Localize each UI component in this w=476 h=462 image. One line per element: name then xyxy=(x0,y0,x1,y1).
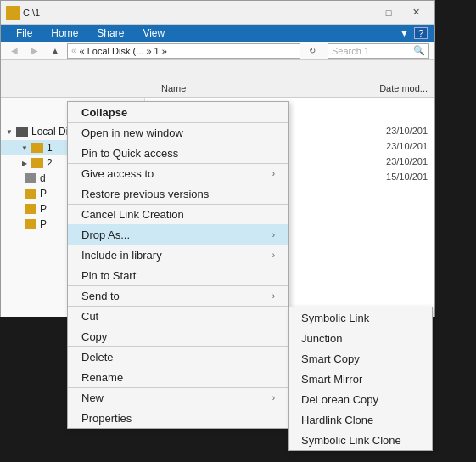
breadcrumb-icon: « xyxy=(71,46,76,55)
address-bar[interactable]: « « Local Disk (... » 1 » xyxy=(67,43,300,59)
file-date-2: 23/10/201 xyxy=(360,156,428,166)
date-header[interactable]: Date mod... xyxy=(372,79,434,97)
ribbon-expand-icon: ▼ xyxy=(400,28,409,38)
minimize-button[interactable]: — xyxy=(348,1,375,25)
submenu-smart-mirror[interactable]: Smart Mirror xyxy=(289,369,432,389)
ctx-arrow-give-access: › xyxy=(272,169,275,178)
up-button[interactable]: ▲ xyxy=(47,43,64,59)
sidebar-folderd-label: d xyxy=(40,172,46,184)
folder1-icon xyxy=(31,143,43,153)
submenu-hardlink-clone[interactable]: Hardlink Clone xyxy=(289,409,432,430)
submenu-drop-as: Symbolic Link Junction Smart Copy Smart … xyxy=(288,307,433,451)
name-header[interactable]: Name xyxy=(154,79,193,97)
file-tab[interactable]: File xyxy=(8,25,41,42)
disk-icon xyxy=(16,127,28,137)
sidebar-expand-1: ▼ xyxy=(20,143,30,153)
column-headers: Name Date mod... xyxy=(1,79,434,98)
help-button[interactable]: ? xyxy=(414,27,428,39)
sidebar-folderp2-label: P xyxy=(40,203,47,215)
forward-button[interactable]: ▶ xyxy=(26,43,43,59)
file-date-3: 15/10/201 xyxy=(360,172,428,182)
submenu-junction[interactable]: Junction xyxy=(289,328,432,348)
title-bar: C:\1 — □ ✕ xyxy=(1,1,434,25)
home-tab[interactable]: Home xyxy=(42,25,87,41)
ctx-give-access[interactable]: Give access to › xyxy=(68,163,288,183)
ctx-new[interactable]: New › xyxy=(68,387,288,408)
back-button[interactable]: ◀ xyxy=(6,43,23,59)
ctx-open-new-window[interactable]: Open in new window xyxy=(68,122,288,143)
maximize-button[interactable]: □ xyxy=(375,1,402,25)
search-box[interactable]: Search 1 🔍 xyxy=(328,43,429,59)
file-date-1: 23/10/201 xyxy=(360,141,428,151)
folderp2-icon xyxy=(25,204,36,214)
window-icon xyxy=(6,6,20,20)
ctx-rename[interactable]: Rename xyxy=(68,367,288,387)
ctx-include-library[interactable]: Include in library › xyxy=(68,245,288,265)
folderp1-icon xyxy=(25,189,36,199)
share-tab[interactable]: Share xyxy=(88,25,132,41)
address-toolbar: ◀ ▶ ▲ « « Local Disk (... » 1 » ↻ Search… xyxy=(1,42,434,60)
search-icon[interactable]: 🔍 xyxy=(413,45,425,56)
ctx-copy[interactable]: Copy xyxy=(68,326,288,346)
ribbon-tabs: File Home Share View ▼ ? xyxy=(1,25,434,42)
ctx-pin-quick[interactable]: Pin to Quick access xyxy=(68,143,288,163)
ctx-arrow-new: › xyxy=(272,393,275,403)
ctx-properties[interactable]: Properties xyxy=(68,408,288,428)
folderd-icon xyxy=(25,173,36,183)
ctx-pin-start[interactable]: Pin to Start xyxy=(68,265,288,285)
ctx-cut[interactable]: Cut xyxy=(68,306,288,326)
context-menu: Collapse Open in new window Pin to Quick… xyxy=(67,101,289,429)
background-right xyxy=(435,0,476,462)
submenu-symbolic-link-clone[interactable]: Symbolic Link Clone xyxy=(289,430,432,450)
submenu-smart-copy[interactable]: Smart Copy xyxy=(289,348,432,369)
ctx-restore-versions[interactable]: Restore previous versions xyxy=(68,183,288,204)
title-bar-buttons: — □ ✕ xyxy=(348,1,429,25)
view-tab[interactable]: View xyxy=(134,25,173,41)
sidebar-expand-icon: ▼ xyxy=(4,127,14,137)
sidebar-folderp3-label: P xyxy=(40,218,47,230)
title-bar-text: C:\1 xyxy=(23,8,348,18)
ctx-cancel-link[interactable]: Cancel Link Creation xyxy=(68,204,288,224)
ctx-delete[interactable]: Delete xyxy=(68,346,288,367)
sidebar-folderp1-label: P xyxy=(40,188,47,200)
ctx-arrow-send: › xyxy=(272,291,275,301)
folderp3-icon xyxy=(25,219,36,229)
ctx-send-to[interactable]: Send to › xyxy=(68,285,288,306)
submenu-symbolic-link[interactable]: Symbolic Link xyxy=(289,307,432,328)
ctx-collapse[interactable]: Collapse xyxy=(68,102,288,122)
sidebar-expand-2: ▶ xyxy=(20,158,30,168)
close-button[interactable]: ✕ xyxy=(402,1,429,25)
ctx-drop-as[interactable]: Drop As... › xyxy=(68,224,288,245)
ctx-arrow-library: › xyxy=(272,251,275,260)
file-date-0: 23/10/201 xyxy=(360,126,428,136)
sidebar-folder2-label: 2 xyxy=(47,157,53,169)
folder2-icon xyxy=(31,158,43,168)
refresh-button[interactable]: ↻ xyxy=(304,43,321,59)
search-placeholder: Search 1 xyxy=(332,46,413,56)
submenu-delorean-copy[interactable]: DeLorean Copy xyxy=(289,389,432,409)
ctx-arrow-drop-as: › xyxy=(272,230,275,239)
breadcrumb: « Local Disk (... » 1 » xyxy=(80,46,167,56)
sidebar-folder1-label: 1 xyxy=(47,142,53,154)
